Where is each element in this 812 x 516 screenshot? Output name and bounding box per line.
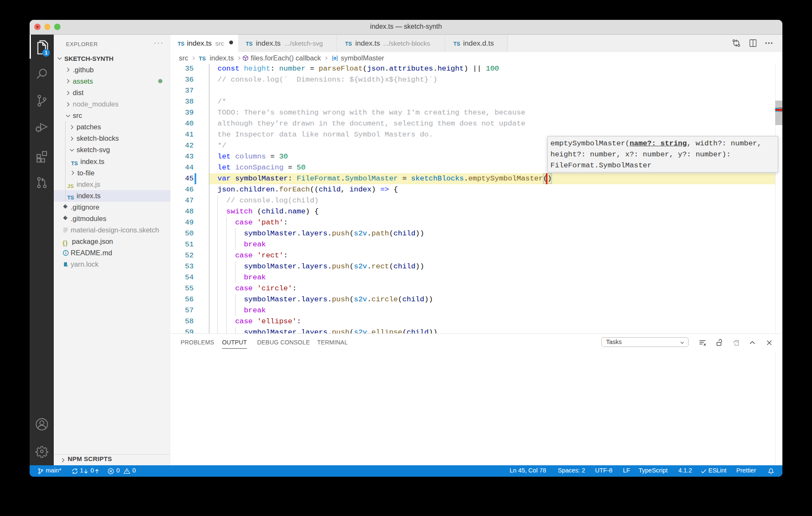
svg-text:1: 1 bbox=[45, 50, 48, 56]
